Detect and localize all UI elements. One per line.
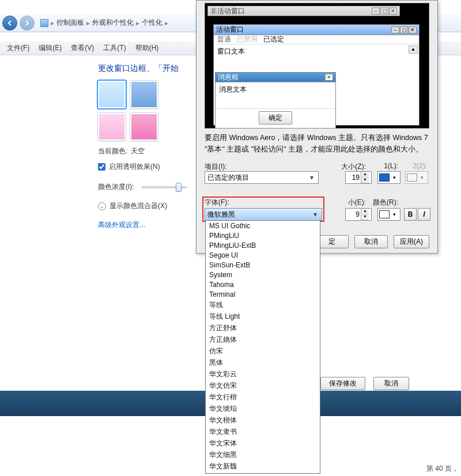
spin-down-icon[interactable]: ▼ (361, 214, 369, 220)
font-option[interactable]: Terminal (206, 289, 320, 299)
chevron-down-icon: ▾ (390, 175, 399, 180)
appearance-preview: 非活动窗口 –◻✕ 活动窗口 –◻✕ 普通 已禁用 已选定 窗口文本 ▲ 消息框… (205, 3, 429, 129)
color-swatch-sky[interactable] (98, 81, 126, 108)
color2-label: 2(2): (413, 162, 427, 170)
item-combo-value: 已选定的项目 (207, 173, 249, 183)
chevron-down-icon: ▾ (390, 211, 399, 217)
size-e-spinner[interactable]: ▲▼ (345, 208, 372, 221)
font-option[interactable]: 华文楷体 (206, 414, 320, 426)
font-option[interactable]: 方正舒体 (206, 322, 320, 334)
font-label: 字体(F): (205, 198, 229, 207)
advanced-appearance-dialog: 非活动窗口 –◻✕ 活动窗口 –◻✕ 普通 已禁用 已选定 窗口文本 ▲ 消息框… (196, 0, 438, 254)
font-option[interactable]: System (206, 270, 320, 279)
current-color-label: 当前颜色: (98, 146, 127, 156)
chevron-down-icon[interactable]: ⌄ (98, 202, 106, 210)
font-option[interactable]: 黑体 (206, 357, 320, 368)
save-changes-button[interactable]: 保存修改 (320, 377, 365, 390)
spin-up-icon[interactable]: ▲ (361, 172, 369, 177)
close-icon: ✕ (409, 27, 417, 33)
close-icon: ✕ (325, 74, 333, 81)
chevron-down-icon: ▾ (417, 175, 426, 180)
menu-edit[interactable]: 编辑(E) (39, 43, 62, 53)
font-option[interactable]: 华文彩云 (206, 368, 320, 380)
back-button[interactable] (2, 16, 17, 31)
font-combo[interactable]: 微软雅黑▾ (205, 208, 322, 221)
font-option[interactable]: 华文中宋 (206, 472, 320, 474)
color-mixer-toggle[interactable]: 显示颜色混合器(X) (109, 201, 167, 211)
msgbox-ok-button: 确定 (259, 111, 292, 124)
font-option[interactable]: 方正姚体 (206, 334, 320, 345)
font-option[interactable]: MS UI Gothic (206, 221, 320, 231)
size-z-spinner[interactable]: ▲▼ (345, 171, 372, 184)
font-combo-value: 微软雅黑 (207, 210, 235, 220)
font-option[interactable]: 华文宋体 (206, 437, 320, 449)
font-option[interactable]: 仿宋 (206, 345, 320, 357)
transparency-label: 启用透明效果(N) (109, 162, 160, 172)
size-z-label: 大小(Z): (341, 162, 366, 172)
color1-button[interactable]: ▾ (377, 171, 400, 184)
transparency-checkbox[interactable] (98, 163, 105, 171)
font-option[interactable]: 华文隶书 (206, 426, 320, 437)
msgbox-title: 消息框 (218, 73, 239, 82)
crumb-2[interactable]: 外观和个性化 (92, 18, 134, 28)
forward-button[interactable] (20, 16, 35, 31)
color-swatch (407, 173, 417, 182)
spin-down-icon[interactable]: ▼ (361, 177, 369, 183)
spin-up-icon[interactable]: ▲ (361, 209, 369, 214)
crumb-1[interactable]: 控制面板 (56, 18, 84, 28)
inactive-title: 非活动窗口 (210, 6, 245, 16)
menu-tools[interactable]: 工具(T) (103, 43, 126, 53)
color2-button: ▾ (405, 171, 428, 184)
color1-label: 1(L): (384, 162, 398, 170)
bold-button[interactable]: B (404, 208, 417, 221)
font-option[interactable]: 等线 (206, 299, 320, 311)
preview-menu-disabled: 已禁用 (237, 35, 258, 44)
control-panel-icon (40, 19, 48, 27)
font-option[interactable]: 华文行楷 (206, 391, 320, 403)
msgbox-text: 消息文本 (219, 85, 247, 93)
minimize-icon: – (391, 27, 399, 33)
preview-menu-selected: 已选定 (263, 35, 284, 44)
font-option[interactable]: PMingLiU-ExtB (206, 240, 320, 250)
item-label: 项目(I): (205, 162, 227, 172)
color-swatch-blue[interactable] (130, 81, 158, 108)
aero-note: 要启用 Windows Aero，请选择 Windows 主题。只有选择 Win… (205, 132, 429, 155)
preview-menu-normal: 普通 (217, 35, 231, 44)
color-swatch-pink[interactable] (98, 113, 126, 141)
menu-help[interactable]: 帮助(H) (135, 43, 159, 53)
color-swatch (379, 210, 390, 218)
breadcrumb[interactable]: ▸ 控制面板▸ 外观和个性化▸ 个性化▸ (40, 18, 168, 28)
italic-button[interactable]: I (418, 208, 430, 221)
advanced-appearance-link[interactable]: 高级外观设置... (98, 220, 202, 230)
active-title: 活动窗口 (216, 25, 244, 35)
preview-message-box: 消息框✕ 消息文本 确定 (215, 72, 336, 129)
size-e-label: 小(E): (348, 198, 366, 207)
preview-active-window: 活动窗口 –◻✕ 普通 已禁用 已选定 窗口文本 ▲ 消息框✕ 消息文本 确定 (213, 24, 420, 126)
color-swatch-rose[interactable] (130, 113, 158, 141)
intensity-slider[interactable] (141, 186, 187, 188)
font-option[interactable]: 华文仿宋 (206, 380, 320, 391)
font-option[interactable]: 华文琥珀 (206, 403, 320, 414)
chevron-down-icon: ▾ (308, 173, 316, 182)
font-option[interactable]: 华文细黑 (206, 449, 320, 460)
font-option[interactable]: 华文新魏 (206, 460, 320, 472)
dialog-cancel-button[interactable]: 取消 (354, 235, 388, 248)
menu-view[interactable]: 查看(V) (71, 43, 94, 53)
size-z-input[interactable] (346, 173, 361, 182)
font-dropdown-list[interactable]: MS UI GothicPMingLiUPMingLiU-ExtBSegoe U… (205, 220, 320, 474)
crumb-3[interactable]: 个性化 (142, 18, 163, 28)
font-option[interactable]: PMingLiU (206, 231, 320, 240)
font-option[interactable]: Segoe UI (206, 250, 320, 260)
preview-window-text: 窗口文本 (217, 47, 245, 55)
maximize-icon: ◻ (380, 7, 388, 14)
font-option[interactable]: Tahoma (206, 279, 320, 289)
item-combo[interactable]: 已选定的项目▾ (205, 171, 319, 184)
color-r-button[interactable]: ▾ (377, 208, 400, 221)
dialog-apply-button[interactable]: 应用(A) (394, 235, 429, 248)
size-e-input[interactable] (346, 210, 361, 218)
cancel-button[interactable]: 取消 (373, 377, 409, 390)
font-option[interactable]: SimSun-ExtB (206, 260, 320, 270)
menu-file[interactable]: 文件(F) (7, 43, 29, 53)
font-option[interactable]: 等线 Light (206, 311, 320, 322)
slider-thumb[interactable] (176, 183, 182, 192)
